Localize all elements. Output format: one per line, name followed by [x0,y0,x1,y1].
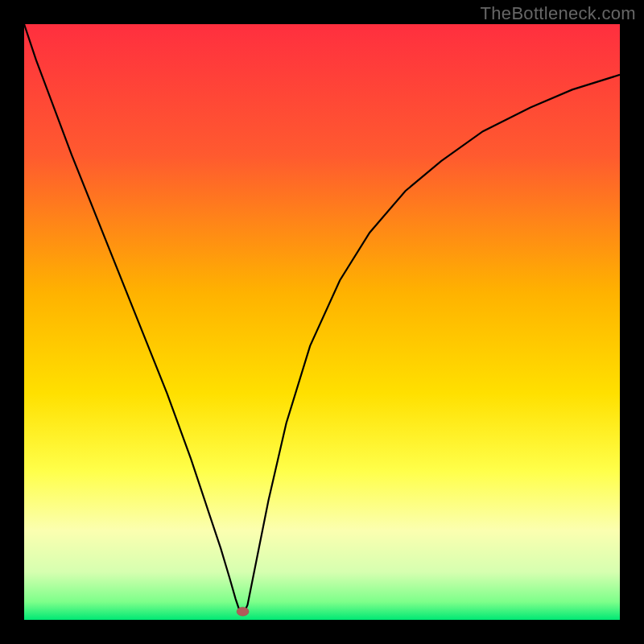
optimum-marker [237,607,249,616]
watermark-text: TheBottleneck.com [481,3,636,24]
chart-svg [24,24,620,620]
plot-area [24,24,620,620]
chart-frame: TheBottleneck.com [0,0,644,644]
gradient-background [24,24,620,620]
